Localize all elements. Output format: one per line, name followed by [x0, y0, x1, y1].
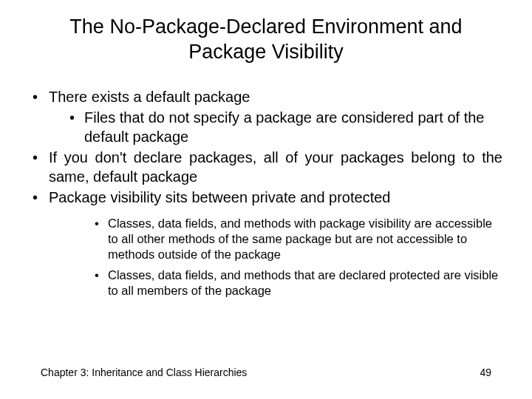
page-number: 49 — [480, 366, 491, 378]
bullet-text: Package visibility sits between private … — [49, 189, 390, 205]
list-item: Classes, data fields, and methods with p… — [93, 216, 502, 263]
bullet-text: Classes, data fields, and methods with p… — [108, 216, 492, 262]
sub-list: Classes, data fields, and methods with p… — [93, 216, 502, 299]
slide-title: The No-Package-Declared Environment and … — [30, 15, 502, 65]
bullet-text: There exists a default package — [49, 89, 250, 105]
chapter-label: Chapter 3: Inheritance and Class Hierarc… — [41, 366, 247, 378]
footer: Chapter 3: Inheritance and Class Hierarc… — [41, 366, 491, 378]
list-item: Files that do not specify a package are … — [68, 108, 502, 146]
bullet-text: Files that do not specify a package are … — [84, 109, 484, 145]
list-item: There exists a default package Files tha… — [30, 87, 502, 146]
bullet-text: If you don't declare packages, all of yo… — [49, 149, 502, 185]
list-item: Classes, data fields, and methods that a… — [93, 267, 502, 299]
list-item: Package visibility sits between private … — [30, 188, 502, 299]
list-item: If you don't declare packages, all of yo… — [30, 148, 502, 186]
sub-list: Files that do not specify a package are … — [68, 108, 502, 146]
bullet-text: Classes, data fields, and methods that a… — [108, 268, 498, 297]
bullet-list: There exists a default package Files tha… — [30, 87, 502, 299]
